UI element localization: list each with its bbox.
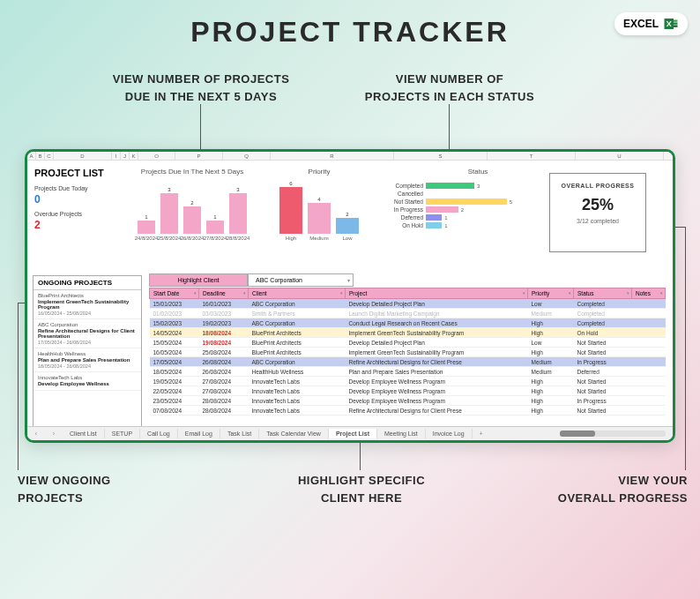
sheet-tab[interactable]: Email Log — [178, 429, 220, 438]
table-row[interactable]: 16/05/202425/08/2024BluePrint Architects… — [150, 348, 666, 357]
column-header[interactable]: K — [130, 152, 138, 160]
chart-title: Projects Due In The Next 5 Days — [128, 168, 257, 176]
overdue-label: Overdue Projects — [34, 211, 123, 217]
callout-line — [18, 303, 19, 470]
table-header[interactable]: Notes — [632, 288, 666, 299]
table-row[interactable]: 23/05/202428/08/2024InnovateTech LabsDev… — [150, 396, 666, 406]
table-row[interactable]: 19/05/202427/08/2024InnovateTech LabsDev… — [150, 377, 666, 386]
table-row[interactable]: 17/05/202426/08/2024ABC CorporationRefin… — [150, 357, 666, 367]
status-bar-row: Deferred1 — [382, 214, 539, 221]
chart-bar: 2Low — [336, 212, 359, 241]
due-today-value: 0 — [34, 193, 123, 206]
progress-percent: 25% — [555, 196, 640, 214]
excel-icon — [663, 16, 679, 32]
table-header[interactable]: Project — [346, 288, 528, 299]
sheet-tab[interactable]: SETUP — [105, 429, 140, 438]
column-header[interactable]: B — [36, 152, 45, 160]
annotation-bottom-center: HIGHLIGHT SPECIFIC CLIENT HERE — [273, 472, 450, 506]
column-header[interactable]: P — [175, 152, 223, 160]
chart-title: Status — [417, 168, 539, 176]
highlight-client-select[interactable]: ABC Corporation — [248, 273, 354, 287]
chart-priority: Priority 6High4Medium2Low — [262, 166, 376, 270]
ongoing-project-item[interactable]: ABC CorporationRefine Architectural Desi… — [34, 319, 141, 348]
chart-title: Priority — [267, 168, 371, 176]
project-list-title: PROJECT LIST — [34, 168, 123, 178]
progress-title: OVERALL PROGRESS — [555, 183, 640, 189]
add-sheet-button[interactable]: + — [473, 429, 490, 438]
chart-bar: 226/8/2024 — [183, 200, 201, 241]
callout-line — [685, 227, 686, 470]
annotation-top-right: VIEW NUMBER OF PROJECTS IN EACH STATUS — [353, 71, 547, 105]
tab-nav-next[interactable]: › — [45, 431, 63, 437]
chart-bar: 4Medium — [308, 197, 331, 241]
table-row[interactable]: 15/02/202319/02/2023ABC CorporationCondu… — [150, 318, 666, 328]
svg-rect-1 — [674, 20, 678, 22]
column-header[interactable]: S — [394, 152, 488, 160]
sheet-tab[interactable]: Call Log — [140, 429, 178, 438]
column-headers: ABCDIJKOPQRSTU — [27, 152, 673, 161]
table-row[interactable]: 01/02/202303/03/2023Smith & PartnersLaun… — [150, 309, 666, 318]
table-header[interactable]: Client — [249, 288, 346, 299]
column-header[interactable]: T — [488, 152, 576, 160]
table-header[interactable]: Start Date — [150, 288, 199, 299]
column-header[interactable]: J — [121, 152, 130, 160]
svg-rect-2 — [674, 23, 678, 25]
callout-line — [674, 227, 685, 228]
table-header[interactable]: Deadline — [199, 288, 249, 299]
ongoing-project-item[interactable]: BluePrint ArchitectsImplement GreenTech … — [34, 290, 141, 319]
table-row[interactable]: 18/05/202426/08/2024HealthHub WellnessPl… — [150, 367, 666, 377]
table-row[interactable]: 14/05/202418/08/2024BluePrint Architects… — [150, 328, 666, 338]
table-header[interactable]: Priority — [528, 288, 574, 299]
page-title: PROJECT TRACKER — [0, 0, 700, 56]
status-bar-row: Cancelled — [382, 191, 539, 197]
horizontal-scrollbar[interactable] — [490, 431, 673, 437]
table-row[interactable]: 22/05/202427/08/2024InnovateTech LabsDev… — [150, 386, 666, 396]
sheet-tab[interactable]: Client List — [63, 429, 105, 438]
sheet-tab[interactable]: Meeting List — [377, 429, 426, 438]
table-header[interactable]: Status — [574, 288, 632, 299]
annotation-bottom-left: VIEW ONGOING PROJECTS — [18, 472, 141, 506]
column-header[interactable]: U — [576, 152, 664, 160]
stats-panel: PROJECT LIST Projects Due Today 0 Overdu… — [34, 166, 123, 270]
column-header[interactable]: C — [45, 152, 54, 160]
ongoing-projects-panel: ONGOING PROJECTS BluePrint ArchitectsImp… — [33, 275, 142, 428]
due-today-label: Projects Due Today — [34, 185, 123, 191]
sheet-tab[interactable]: Invoice Log — [426, 429, 473, 438]
chart-bar: 6High — [279, 181, 302, 241]
column-header[interactable]: Q — [223, 152, 271, 160]
sheet-tabs: ‹ › Client ListSETUPCall LogEmail LogTas… — [27, 426, 673, 440]
excel-badge-label: EXCEL — [623, 18, 659, 30]
ongoing-project-item[interactable]: InnovateTech LabsDevelop Employee Wellne… — [34, 372, 141, 391]
sheet-tab[interactable]: Project List — [329, 429, 377, 438]
table-row[interactable]: 15/05/202419/08/2024BluePrint Architects… — [150, 338, 666, 348]
table-row[interactable]: 15/01/202316/01/2023ABC CorporationDevel… — [150, 299, 666, 309]
annotation-top-left: VIEW NUMBER OF PROJECTS DUE IN THE NEXT … — [104, 71, 298, 105]
overdue-value: 2 — [34, 219, 123, 231]
chart-bar: 328/8/2024 — [229, 187, 247, 242]
svg-rect-3 — [674, 26, 678, 27]
sheet-tab[interactable]: Task Calendar View — [259, 429, 329, 438]
chart-bar: 127/8/2024 — [206, 214, 224, 242]
project-table: Start DateDeadlineClientProjectPriorityS… — [149, 288, 666, 416]
status-bar-row: Not Started5 — [382, 198, 539, 205]
chart-status: Status Completed3CancelledNot Started5In… — [376, 166, 544, 270]
column-header[interactable]: D — [54, 152, 112, 160]
chart-bar: 325/8/2024 — [160, 187, 178, 242]
table-row[interactable]: 07/08/202428/08/2024InnovateTech LabsRef… — [150, 406, 666, 416]
spreadsheet-window: ABCDIJKOPQRSTU PROJECT LIST Projects Due… — [25, 149, 675, 443]
tab-nav-prev[interactable]: ‹ — [27, 431, 45, 437]
progress-subtitle: 3/12 completed — [555, 218, 640, 224]
overall-progress-panel: OVERALL PROGRESS 25% 3/12 completed — [549, 173, 646, 252]
column-header[interactable]: I — [112, 152, 121, 160]
ongoing-project-item[interactable]: HealthHub WellnessPlan and Prepare Sales… — [34, 348, 141, 372]
column-header[interactable]: R — [271, 152, 394, 160]
ongoing-title: ONGOING PROJECTS — [34, 276, 141, 290]
project-table-area: Highlight Client ABC Corporation Start D… — [149, 273, 666, 428]
chart-bar: 124/8/2024 — [138, 214, 155, 242]
chart-due-5days: Projects Due In The Next 5 Days 124/8/20… — [123, 166, 262, 270]
status-bar-row: On Hold1 — [382, 222, 539, 228]
highlight-client-button[interactable]: Highlight Client — [149, 273, 248, 287]
sheet-tab[interactable]: Task List — [220, 429, 259, 438]
column-header[interactable]: O — [138, 152, 175, 160]
column-header[interactable]: A — [27, 152, 36, 160]
